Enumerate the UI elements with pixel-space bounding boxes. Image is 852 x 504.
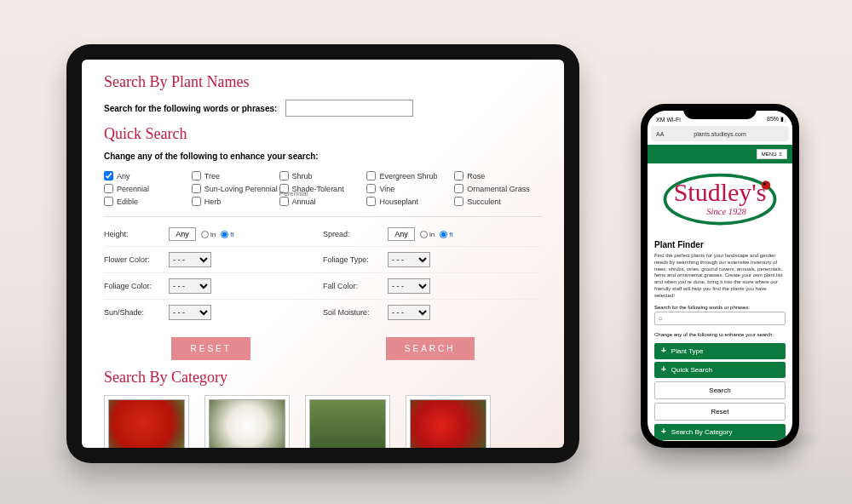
cb-herb-label: Herb	[204, 198, 222, 206]
phone-search-button[interactable]: Search	[654, 381, 786, 399]
unit-in-label2: in	[429, 231, 435, 238]
spread-unit-ft[interactable]	[440, 231, 447, 238]
search-input[interactable]	[285, 100, 413, 117]
accordion-quick-search-label: Quick Search	[671, 366, 712, 374]
cb-any[interactable]	[104, 171, 113, 180]
section-title-category: Search By Category	[104, 369, 542, 387]
fall-color-select[interactable]: - - -	[388, 278, 430, 294]
foliage-type-label: Foliage Type:	[323, 255, 383, 264]
header-bar: MENU ≡	[648, 145, 792, 163]
spread-unit-in[interactable]	[420, 231, 428, 238]
plant-finder-description: Find the perfect plants for your landsca…	[648, 251, 792, 305]
svg-point-3	[762, 180, 771, 190]
cb-perennial[interactable]	[104, 184, 113, 193]
plant-type-grid: Any Tree Shrub Evergreen Shrub Rose Pere…	[104, 171, 542, 217]
search-row: Search for the following words or phrase…	[104, 100, 542, 117]
height-unit-in[interactable]	[201, 231, 209, 238]
section-title-quicksearch: Quick Search	[104, 125, 542, 143]
logo: Studley's Since 1928	[648, 163, 792, 238]
cb-houseplant-label: Houseplant	[379, 198, 418, 206]
category-card-trees[interactable]: TREES	[104, 395, 189, 448]
search-button[interactable]: SEARCH	[386, 337, 475, 360]
height-unit-ft[interactable]	[221, 231, 228, 238]
cb-vine-label: Vine	[379, 185, 394, 193]
accordion-category[interactable]: +Search By Category	[654, 424, 786, 440]
reset-button[interactable]: RESET	[171, 337, 250, 360]
status-battery: 85% ▮	[767, 116, 784, 123]
cb-evergreen-shrub-label: Evergreen Shrub	[379, 172, 437, 180]
plant-finder-title: Plant Finder	[648, 238, 792, 251]
category-card-shrubs[interactable]: SHRUBS	[204, 395, 290, 448]
unit-ft-label: ft	[230, 231, 233, 238]
soil-moisture-select[interactable]: - - -	[388, 305, 430, 320]
cb-ornamental-grass-label: Ornamental Grass	[467, 185, 530, 193]
cb-annual[interactable]	[279, 197, 289, 206]
status-carrier: XM Wi-Fi	[656, 117, 681, 123]
url-bar[interactable]: AA plants.studleys.com	[651, 126, 789, 141]
menu-label: MENU	[762, 152, 777, 157]
category-image-evergreen	[309, 399, 386, 448]
phone-search-label: Search for the following words or phrase…	[648, 305, 792, 312]
phone-search-input[interactable]: ⌕	[654, 312, 786, 325]
sun-shade-label: Sun/Shade:	[104, 308, 164, 317]
phone-device: XM Wi-Fi 85% ▮ AA plants.studleys.com ME…	[641, 104, 799, 448]
search-label: Search for the following words or phrase…	[104, 104, 277, 113]
accordion-quick-search[interactable]: +Quick Search	[654, 362, 786, 378]
cb-sun-perennial[interactable]	[192, 184, 201, 193]
cb-rose-label: Rose	[467, 172, 485, 180]
cb-tree-label: Tree	[204, 172, 220, 180]
category-row: TREES SHRUBS EVERGREEN SHRUBS ROSES	[104, 395, 542, 448]
soil-moisture-label: Soil Moisture:	[323, 308, 383, 317]
cb-tree[interactable]	[192, 171, 201, 180]
category-card-roses[interactable]: ROSES	[406, 395, 491, 448]
cb-edible-label: Edible	[117, 198, 138, 206]
accordion-category-label: Search By Category	[671, 428, 733, 436]
svg-text:Studley's: Studley's	[674, 178, 767, 206]
foliage-color-label: Foliage Color:	[104, 282, 164, 290]
reader-icon[interactable]: AA	[656, 131, 664, 137]
studleys-logo-icon: Studley's Since 1928	[656, 169, 784, 230]
cb-shrub-label: Shrub	[292, 172, 313, 180]
flower-color-label: Flower Color:	[104, 255, 164, 264]
cb-any-label: Any	[117, 172, 130, 180]
cb-annual-label: Annual	[292, 198, 316, 206]
phone-enhance-label: Change any of the following to enhance y…	[648, 329, 792, 341]
unit-ft-label2: ft	[449, 231, 452, 238]
cb-succulent[interactable]	[454, 197, 463, 206]
cb-edible[interactable]	[104, 197, 113, 206]
cb-vine[interactable]	[366, 184, 376, 193]
cb-sun-perennial-label: Sun-Loving Perennial	[204, 185, 278, 193]
flower-color-select[interactable]: - - -	[169, 252, 211, 267]
url-text: plants.studleys.com	[694, 131, 746, 137]
hamburger-icon: ≡	[779, 152, 782, 157]
menu-button[interactable]: MENU ≡	[757, 149, 787, 159]
cb-ornamental-grass[interactable]	[454, 184, 463, 193]
phone-reset-button[interactable]: Reset	[654, 403, 786, 421]
sun-shade-select[interactable]: - - -	[169, 305, 211, 320]
spread-label: Spread:	[323, 230, 383, 238]
search-icon: ⌕	[659, 314, 663, 322]
foliage-color-select[interactable]: - - -	[169, 278, 211, 294]
cb-houseplant[interactable]	[366, 197, 376, 206]
cb-perennial-label: Perennial	[117, 185, 149, 193]
unit-in-label: in	[210, 231, 216, 238]
fall-color-label: Fall Color:	[323, 282, 383, 290]
svg-point-4	[763, 183, 766, 186]
cb-herb[interactable]	[192, 197, 201, 206]
spread-input[interactable]	[388, 227, 415, 241]
cb-succulent-label: Succulent	[467, 198, 501, 206]
height-label: Height:	[104, 230, 164, 238]
accordion-plant-type[interactable]: +Plant Type	[654, 343, 786, 359]
cb-rose[interactable]	[454, 171, 463, 180]
height-input[interactable]	[169, 227, 196, 241]
accordion-plant-type-label: Plant Type	[671, 347, 704, 355]
phone-screen: XM Wi-Fi 85% ▮ AA plants.studleys.com ME…	[648, 111, 792, 441]
category-image-trees	[108, 399, 185, 448]
category-image-shrubs	[209, 399, 285, 448]
cb-shrub[interactable]	[279, 171, 289, 180]
foliage-type-select[interactable]: - - -	[388, 252, 430, 267]
category-card-evergreen[interactable]: EVERGREEN SHRUBS	[305, 395, 390, 448]
section-title-search-name: Search By Plant Names	[104, 73, 542, 91]
cb-evergreen-shrub[interactable]	[366, 171, 376, 180]
svg-text:Since 1928: Since 1928	[706, 207, 746, 216]
